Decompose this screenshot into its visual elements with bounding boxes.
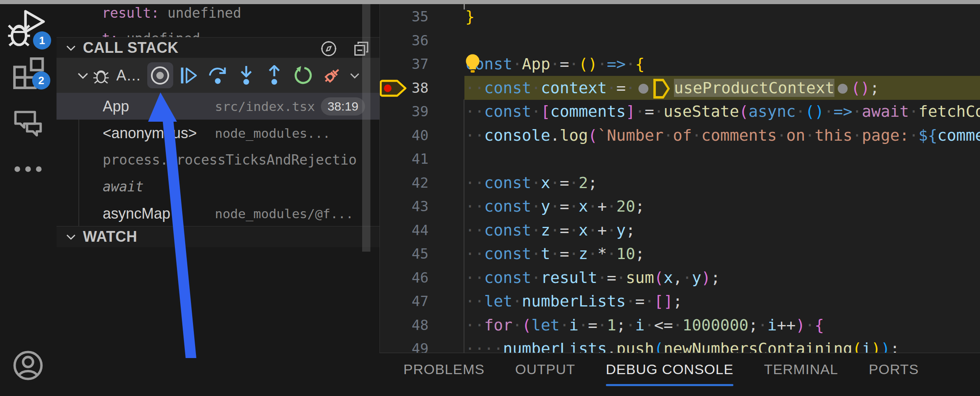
- debug-session-label: A…: [116, 67, 141, 84]
- panel-tab-terminal[interactable]: TERMINAL: [764, 353, 838, 385]
- variable-row[interactable]: t: undefined: [102, 31, 200, 37]
- code-line-text: }: [465, 5, 475, 28]
- lightbulb-icon[interactable]: [464, 53, 482, 76]
- code-line-48[interactable]: 48··for·(let·i·=·1;·i·<=·1000000;·i++)·{: [380, 313, 980, 337]
- code-line-text: ··for·(let·i·=·1;·i·<=·1000000;·i++)·{: [465, 313, 824, 337]
- code-line-41[interactable]: 41: [380, 147, 980, 171]
- step-out-button[interactable]: [264, 65, 285, 86]
- line-number: 47: [380, 289, 429, 313]
- code-line-46[interactable]: 46··const·result·=·sum(x,·y);: [380, 266, 980, 290]
- frame-path: node_modules...: [215, 126, 330, 141]
- call-stack-frame[interactable]: Appsrc/index.tsx38:19: [57, 93, 379, 120]
- code-line-text: ··const·x·=·2;: [465, 171, 597, 195]
- variable-name: result:: [102, 5, 159, 21]
- line-number: 41: [380, 147, 429, 171]
- code-line-49[interactable]: 49····numberLists.push(newNumbersContain…: [380, 337, 980, 353]
- step-over-button[interactable]: [207, 65, 228, 86]
- panel-tab-bar: PROBLEMSOUTPUTDEBUG CONSOLETERMINALPORTS: [379, 353, 980, 396]
- call-stack-frame[interactable]: process.processTicksAndRejectio: [57, 146, 379, 173]
- frame-path: src/index.tsx: [215, 99, 315, 114]
- panel-tab-ports[interactable]: PORTS: [869, 353, 919, 385]
- code-line-text: const·App·=·()·=>·{: [465, 52, 645, 76]
- call-stack-frame[interactable]: await: [57, 173, 379, 200]
- comments-activity-button[interactable]: [0, 105, 56, 138]
- compass-icon[interactable]: [320, 40, 338, 58]
- variable-value: undefined: [167, 5, 241, 21]
- inline-tag-icon[interactable]: [653, 79, 670, 99]
- line-number: 46: [380, 266, 429, 290]
- record-toggle-button[interactable]: [149, 65, 171, 86]
- code-line-44[interactable]: 44··const·z·=·x·+·y;: [380, 218, 980, 242]
- code-line-43[interactable]: 43··const·y·=·x·+·20;: [380, 194, 980, 218]
- activity-bar: 1 2: [0, 4, 57, 396]
- code-line-text: ··const·result·=·sum(x,·y);: [465, 266, 720, 290]
- line-number: 48: [380, 313, 429, 337]
- watch-title: WATCH: [83, 228, 137, 245]
- sidebar-scrollbar[interactable]: [362, 4, 370, 252]
- chevron-down-icon: [65, 42, 77, 54]
- panel-tab-output[interactable]: OUTPUT: [515, 353, 575, 385]
- code-line-35[interactable]: 35}: [380, 5, 980, 28]
- screenshot-top-edge: [0, 0, 980, 4]
- inline-value-dot-icon[interactable]: [838, 84, 848, 94]
- bug-icon: [92, 66, 111, 85]
- line-number: 37: [380, 52, 429, 76]
- code-line-39[interactable]: 39··const·[comments]·=·useState(async·()…: [380, 99, 980, 123]
- code-line-47[interactable]: 47··let·numberLists·=·[];: [380, 289, 980, 313]
- chevron-down-icon: [65, 231, 77, 243]
- code-line-42[interactable]: 42··const·x·=·2;: [380, 171, 980, 195]
- restart-button[interactable]: [293, 65, 313, 86]
- call-stack-frame[interactable]: <anonymous>node_modules...: [57, 120, 379, 146]
- more-activity-button[interactable]: [0, 161, 56, 177]
- code-line-text: ··const·y·=·x·+·20;: [465, 194, 645, 218]
- line-number: 43: [380, 194, 429, 218]
- code-line-text: ··const·[comments]·=·useState(async·()·=…: [465, 99, 980, 123]
- line-number: 42: [380, 171, 429, 195]
- line-number: 44: [380, 218, 429, 242]
- panel-tab-problems[interactable]: PROBLEMS: [403, 353, 485, 385]
- frame-name: App: [103, 98, 198, 115]
- code-line-45[interactable]: 45··const·t·=·z·*·10;: [380, 242, 980, 266]
- frame-path: node_modules/@f...: [215, 206, 353, 221]
- step-into-button[interactable]: [236, 65, 257, 86]
- inline-value-dot-icon[interactable]: [638, 84, 648, 94]
- continue-button[interactable]: [179, 65, 199, 86]
- line-number: 40: [380, 123, 429, 147]
- code-line-text: ··const·context·=·useProductContext();: [465, 76, 879, 100]
- comments-icon: [12, 105, 45, 138]
- code-line-text: ··const·z·=·x·+·y;: [465, 218, 635, 242]
- frame-name: process.processTicksAndRejectio: [103, 152, 357, 168]
- watch-section-header[interactable]: WATCH: [57, 226, 379, 247]
- panel-tab-debug-console[interactable]: DEBUG CONSOLE: [606, 353, 734, 385]
- line-number: 45: [380, 242, 429, 266]
- code-line-text: ··let·numberLists·=·[];: [465, 289, 682, 313]
- debug-session-row[interactable]: A…: [57, 58, 379, 93]
- line-number: 49: [380, 337, 429, 353]
- code-line-36[interactable]: 36: [380, 28, 980, 52]
- debug-sidebar: result: undefined t: undefined CALL STAC…: [57, 4, 379, 396]
- disconnect-button[interactable]: [322, 65, 342, 86]
- account-icon: [11, 349, 45, 382]
- call-stack-section-header[interactable]: CALL STACK: [57, 37, 379, 58]
- code-line-40[interactable]: 40··console.log(`Number·of·comments·on·t…: [380, 123, 980, 147]
- extensions-badge: 2: [32, 71, 50, 90]
- more-actions-chevron-icon[interactable]: [349, 69, 361, 82]
- frame-name: <anonymous>: [103, 125, 198, 142]
- code-line-text: ··const·t·=·z·*·10;: [465, 242, 645, 266]
- chevron-down-icon: [76, 68, 90, 82]
- code-line-text: ··console.log(`Number·of·comments·on·thi…: [465, 123, 980, 147]
- code-line-38[interactable]: 38··const·context·=·useProductContext();: [380, 76, 980, 100]
- variable-row[interactable]: result: undefined: [102, 5, 241, 21]
- variables-section-content: result: undefined t: undefined: [57, 4, 379, 37]
- breakpoint-current-frame-icon[interactable]: [380, 78, 408, 98]
- bottom-panel: PROBLEMSOUTPUTDEBUG CONSOLETERMINALPORTS: [379, 353, 980, 396]
- frame-name: asyncMap: [103, 205, 198, 222]
- variable-name: t:: [102, 31, 118, 37]
- frame-line-column-badge: 38:19: [321, 97, 365, 116]
- code-line-text: ····numberLists.push(newNumbersContainin…: [465, 337, 900, 353]
- code-editor[interactable]: 35}3637const·App·=·()·=>·{38··const·cont…: [379, 4, 980, 353]
- account-button[interactable]: [0, 349, 56, 382]
- debug-badge: 1: [33, 31, 51, 50]
- call-stack-frame[interactable]: asyncMapnode_modules/@f...: [57, 200, 379, 227]
- line-number: 39: [380, 99, 429, 123]
